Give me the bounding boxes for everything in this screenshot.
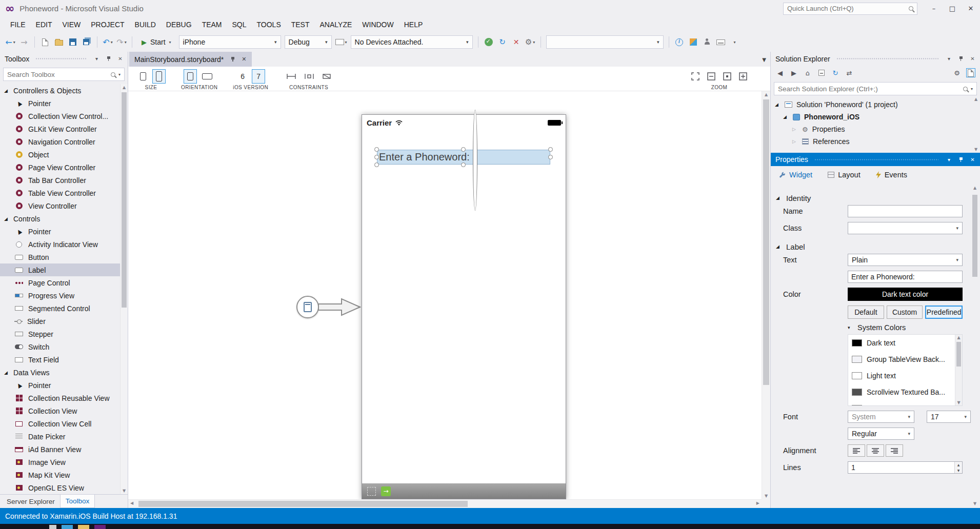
toolbox-search-box[interactable]: ▾ [3,68,125,81]
pin-icon[interactable] [956,54,965,63]
color-option-scrollview-textured[interactable]: Scrollview Textured Ba... [848,384,954,400]
ios-view-controller-frame[interactable]: Carrier Enter a Phoneword: → [362,114,566,499]
toolbox-item-pointer[interactable]: Pointer [0,379,128,392]
menu-item-tools[interactable]: TOOLS [252,17,286,32]
toolbox-item-view-controller[interactable]: View Controller [0,199,128,212]
solution-search-input[interactable] [778,85,960,93]
default-color-button[interactable]: Default [848,306,884,319]
toolbox-item-image-view[interactable]: Image View [0,456,128,469]
toolbox-item-label[interactable]: Label [0,263,128,276]
scroll-down-icon[interactable]: ▼ [955,400,962,405]
build-status-icon[interactable] [484,36,494,48]
toolbar-overflow-icon[interactable]: ▾ [730,36,740,48]
toolbox-item-slider[interactable]: Slider [0,315,128,328]
menu-item-window[interactable]: WINDOW [357,17,398,32]
toolbox-item-opengl-es-view[interactable]: OpenGL ES View [0,481,128,494]
toolbox-item-page-control[interactable]: Page Control [0,276,128,289]
close-icon[interactable]: ✕ [968,54,977,63]
lines-spinner[interactable]: ▲▼ [954,462,962,473]
font-family-combo[interactable]: System▾ [848,411,914,423]
devices-combo[interactable]: No Devices Attached. ▾ [351,35,473,49]
back-icon[interactable]: ◀ [775,68,785,77]
align-right-button[interactable] [886,444,903,457]
color-swatch[interactable]: Dark text color [848,288,963,301]
quick-launch-input[interactable] [787,5,909,12]
toolbox-item-iad-banner-view[interactable]: iAd Banner View [0,443,128,456]
home-icon[interactable]: ⌂ [803,68,812,77]
tab-toolbox[interactable]: Toolbox [60,495,95,508]
undo-icon[interactable]: ↶▾ [103,36,113,48]
canvas-vertical-scrollbar[interactable]: ▲ ▼ [762,91,770,499]
text-mode-combo[interactable]: Plain▾ [848,254,963,266]
constraint-clear-icon[interactable] [319,69,334,84]
color-option-light-text[interactable]: Light text [848,368,954,384]
zoom-out-icon[interactable] [705,69,718,84]
toolbox-item-date-picker[interactable]: Date Picker [0,430,128,443]
quick-launch-box[interactable] [783,3,917,15]
preview-selected-icon[interactable] [966,68,975,77]
actual-size-icon[interactable] [721,69,734,84]
initial-view-controller-badge[interactable] [296,296,319,318]
pin-icon[interactable] [956,155,965,164]
exit-segue-icon[interactable]: → [381,486,391,496]
toolbox-item-object[interactable]: Object [0,148,128,161]
toolbox-item-segmented-control[interactable]: Segmented Control [0,302,128,315]
tree-item-properties[interactable]: ▷⚙Properties [771,123,980,135]
toolbox-item-collection-reusable-view[interactable]: Collection Reusable View [0,392,128,404]
sync-icon[interactable]: ⇄ [845,68,854,77]
ios6-button[interactable]: 6 [236,69,249,84]
collapse-all-icon[interactable] [817,68,826,77]
resize-handle[interactable] [461,147,466,152]
refresh-icon[interactable]: ↻ [831,68,840,77]
predefined-color-button[interactable]: Predefined [925,306,963,319]
resize-handle[interactable] [374,147,379,152]
zoom-in-icon[interactable] [736,69,750,84]
menu-item-edit[interactable]: EDIT [31,17,57,32]
menu-item-sql[interactable]: SQL [227,17,252,32]
expander-icon[interactable]: ▾ [848,325,853,330]
expander-icon[interactable]: ◢ [4,216,10,221]
toolbox-group-data-views[interactable]: ◢Data Views [0,366,128,379]
open-file-icon[interactable] [54,36,64,48]
menu-item-test[interactable]: TEST [286,17,315,32]
window-position-chevron-icon[interactable]: ▾ [92,54,101,63]
toolbox-scrollbar[interactable]: ▲ ▼ [120,84,128,494]
size-iphone4-button[interactable] [152,69,166,84]
toolbox-item-text-field[interactable]: Text Field [0,353,128,366]
color-option-group-tableview[interactable]: Group TableView Back... [848,351,954,368]
menu-item-debug[interactable]: DEBUG [161,17,197,32]
scroll-up-icon[interactable]: ▲ [972,97,979,101]
tab-layout[interactable]: Layout [828,171,861,179]
expander-icon[interactable]: ▷ [792,127,798,132]
tab-server-explorer[interactable]: Server Explorer [2,495,60,508]
close-icon[interactable]: ✕ [242,56,246,63]
toolbox-group-controllers[interactable]: ◢Controllers & Objects [0,84,128,97]
save-all-icon[interactable] [82,36,92,48]
properties-scrollbar[interactable]: ▲ ▼ [971,186,978,506]
scroll-up-icon[interactable]: ▲ [971,186,978,190]
menu-item-analyze[interactable]: ANALYZE [315,17,357,32]
close-icon[interactable]: ✕ [968,155,977,164]
scroll-down-icon[interactable]: ▼ [971,501,978,506]
menu-item-view[interactable]: VIEW [57,17,86,32]
scrollbar-thumb[interactable] [138,501,468,507]
toolbox-item-glkit-view-controller[interactable]: GLKit View Controller [0,123,128,135]
pin-icon[interactable] [104,54,113,63]
settings-gear-icon[interactable]: ⚙▾ [525,36,535,48]
expander-icon[interactable]: ◢ [783,114,789,119]
scroll-up-icon[interactable]: ▲ [762,92,770,97]
expander-icon[interactable]: ◢ [775,102,781,107]
toolbox-item-progress-view[interactable]: Progress View [0,289,128,302]
menu-item-help[interactable]: HELP [399,17,428,32]
toolbox-item-collection-view-controller[interactable]: Collection View Control... [0,110,128,123]
scroll-left-icon[interactable]: ◀ [130,501,133,505]
document-tab[interactable]: MainStoryboard.storyboard* ✕ [129,52,252,67]
windows-taskbar[interactable] [0,524,980,529]
target-platform-icon[interactable]: ▾ [335,36,347,48]
scroll-down-icon[interactable]: ▼ [972,147,979,152]
expander-icon[interactable]: ▷ [792,139,798,144]
menu-item-project[interactable]: PROJECT [86,17,129,32]
redo-icon[interactable]: ↷▾ [116,36,127,48]
fit-to-window-icon[interactable] [689,69,702,84]
tab-events[interactable]: Events [876,171,907,179]
